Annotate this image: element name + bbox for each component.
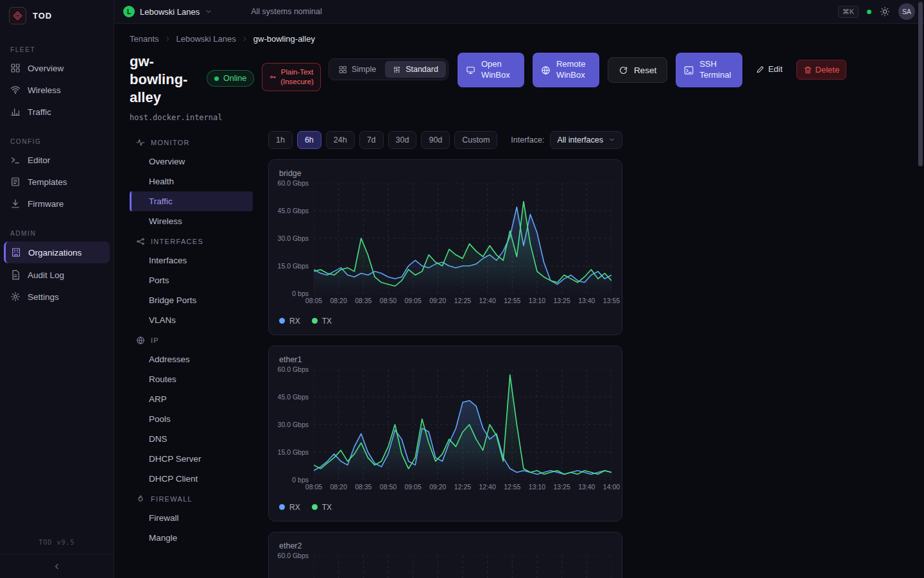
chart-legend: RXTX [279, 503, 612, 512]
subnav-item-wireless[interactable]: Wireless [130, 211, 253, 231]
sidebar-item-organizations[interactable]: Organizations [4, 241, 110, 263]
y-axis-labels: 60.0 Gbps45.0 Gbps30.0 Gbps15.0 Gbps0 bp… [279, 183, 314, 293]
chart-plot: 08:0508:2008:3508:5009:0509:2012:2512:40… [314, 183, 612, 306]
legend-item[interactable]: RX [279, 503, 300, 512]
range-custom-button[interactable]: Custom [454, 131, 497, 149]
subnav-item-vlans[interactable]: VLANs [130, 310, 253, 330]
remote-winbox-button[interactable]: Remote WinBox [533, 53, 599, 87]
range-90d-button[interactable]: 90d [421, 131, 450, 149]
sidebar-item-overview[interactable]: Overview [0, 57, 114, 79]
command-palette-shortcut[interactable]: ⌘K [838, 6, 859, 18]
sidebar-item-editor[interactable]: Editor [0, 149, 114, 171]
subnav-item-bridge-ports[interactable]: Bridge Ports [130, 290, 253, 310]
sidebar-item-wireless[interactable]: Wireless [0, 79, 114, 101]
mode-standard-label: Standard [406, 65, 438, 74]
theme-toggle-sun-icon[interactable] [880, 6, 890, 17]
x-tick-label: 13:55 [603, 297, 620, 304]
interface-label: Interface: [511, 136, 544, 144]
subnav-item-traffic[interactable]: Traffic [130, 191, 253, 211]
chart-svg [314, 183, 612, 293]
range-6h-button[interactable]: 6h [297, 131, 321, 149]
x-tick-label: 08:20 [330, 483, 347, 491]
subnav-item-addresses[interactable]: Addresses [130, 349, 253, 369]
mode-standard-button[interactable]: Standard [385, 61, 446, 78]
logo-row[interactable]: TOD [0, 0, 114, 31]
online-status-badge: Online [207, 70, 254, 87]
ssh-terminal-label: SSH Terminal [699, 59, 734, 81]
edit-button[interactable]: Edit [751, 60, 787, 78]
tenant-avatar: L [123, 6, 135, 17]
sidebar-item-audit-log[interactable]: Audit Log [0, 264, 114, 286]
x-tick-label: 12:25 [454, 483, 471, 491]
globe-icon [541, 66, 551, 75]
refresh-icon [619, 66, 628, 75]
online-dot [214, 76, 219, 81]
legend-dot [279, 318, 285, 324]
subnav-item-dhcp-client[interactable]: DHCP Client [130, 469, 253, 489]
legend-item[interactable]: TX [312, 317, 332, 326]
x-tick-label: 08:05 [305, 297, 322, 304]
sidebar-item-traffic[interactable]: Traffic [0, 101, 114, 123]
open-winbox-button[interactable]: Open WinBox [458, 53, 524, 87]
chevron-down-icon [608, 136, 615, 143]
chart-card-ether2: ether2 60.0 Gbps45.0 Gbps30.0 Gbps15.0 G… [268, 532, 622, 578]
ssh-terminal-button[interactable]: SSH Terminal [676, 53, 742, 87]
sidebar: TOD FLEET Overview Wireless Traffic CONF… [0, 0, 114, 578]
subnav-item-overview[interactable]: Overview [130, 152, 253, 171]
chart-title: ether2 [279, 541, 612, 550]
subnav-item-mangle[interactable]: Mangle [130, 528, 253, 548]
sidebar-item-firmware[interactable]: Firmware [0, 193, 114, 215]
chevron-down-icon[interactable] [205, 8, 212, 15]
range-30d-button[interactable]: 30d [388, 131, 417, 149]
subnav-item-pools[interactable]: Pools [130, 409, 253, 429]
breadcrumb-tenant[interactable]: Lebowski Lanes [176, 34, 236, 44]
delete-button[interactable]: Delete [796, 60, 847, 80]
edit-label: Edit [768, 64, 782, 74]
x-tick-label: 08:50 [380, 483, 397, 491]
sidebar-item-templates[interactable]: Templates [0, 171, 114, 193]
subnav-item-dhcp-server[interactable]: DHCP Server [130, 449, 253, 469]
topbar-right: ⌘K SA [838, 3, 915, 20]
reset-button[interactable]: Reset [608, 57, 667, 83]
x-tick-label: 09:20 [429, 483, 446, 491]
x-tick-label: 09:05 [405, 297, 422, 304]
breadcrumb-tenants[interactable]: Tenants [130, 34, 159, 44]
sidebar-collapse-button[interactable] [0, 554, 114, 578]
trash-icon [803, 66, 812, 74]
subnav-item-routes[interactable]: Routes [130, 369, 253, 389]
interface-select[interactable]: All interfaces [550, 131, 622, 149]
legend-dot [312, 504, 318, 510]
subnav-item-interfaces[interactable]: Interfaces [130, 250, 253, 270]
mode-simple-button[interactable]: Simple [331, 61, 384, 78]
range-1h-button[interactable]: 1h [268, 131, 293, 149]
terminal-icon [10, 155, 21, 165]
chart-card-bridge: bridge 60.0 Gbps45.0 Gbps30.0 Gbps15.0 G… [268, 159, 622, 335]
audit-log-icon [10, 270, 21, 280]
legend-item[interactable]: TX [312, 503, 332, 512]
sidebar-item-settings[interactable]: Settings [0, 286, 114, 308]
tenant-switcher[interactable]: Lebowski Lanes [140, 7, 200, 17]
subnav-item-arp[interactable]: ARP [130, 389, 253, 409]
pulse-icon [136, 138, 145, 147]
subnav-section-firewall: FIREWALL [130, 489, 253, 508]
breadcrumb: Tenants Lebowski Lanes gw-bowling-alley [114, 24, 924, 51]
subnav-section-ip: IP [130, 330, 253, 349]
user-avatar[interactable]: SA [898, 3, 915, 20]
range-7d-button[interactable]: 7d [359, 131, 384, 149]
x-tick-label: 13:40 [578, 483, 595, 491]
charts-column: 1h 6h 24h 7d 30d 90d Custom Interface: A… [268, 131, 622, 578]
sliders-icon [393, 66, 401, 74]
x-tick-label: 12:40 [479, 483, 496, 491]
status-dot [867, 10, 871, 14]
remote-winbox-label: Remote WinBox [556, 59, 591, 81]
legend-item[interactable]: RX [279, 317, 300, 326]
subnav-item-dns[interactable]: DNS [130, 429, 253, 449]
chart-svg [314, 556, 612, 578]
range-24h-button[interactable]: 24h [326, 131, 355, 149]
subnav-item-ports[interactable]: Ports [130, 270, 253, 290]
subnav-item-firewall[interactable]: Firewall [130, 508, 253, 528]
gear-icon [10, 292, 21, 302]
sidebar-item-label: Audit Log [28, 270, 64, 280]
vertical-scrollbar[interactable] [918, 2, 923, 166]
subnav-item-health[interactable]: Health [130, 171, 253, 191]
